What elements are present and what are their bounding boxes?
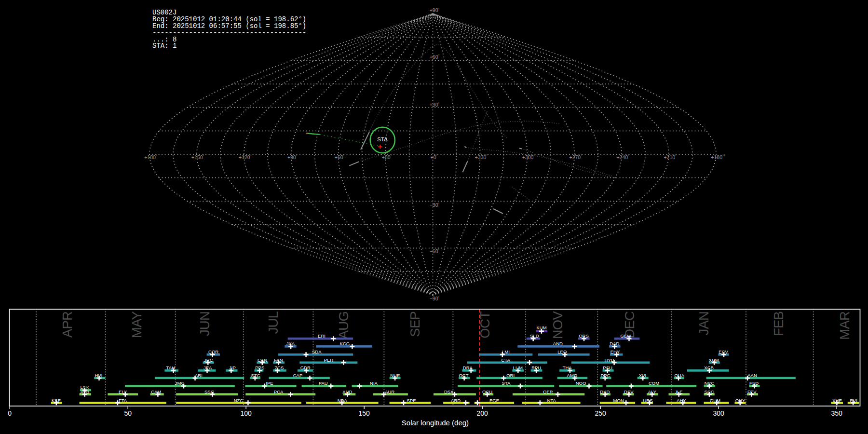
svg-text:+330°: +330°	[475, 154, 488, 160]
svg-text:NZC: NZC	[234, 398, 244, 403]
svg-text:LMI: LMI	[502, 349, 510, 354]
svg-text:ECV: ECV	[719, 349, 728, 354]
svg-text:MAR: MAR	[837, 312, 852, 340]
svg-text:+60°: +60°	[335, 154, 345, 160]
svg-text:+270°: +270°	[570, 154, 583, 160]
svg-text:0: 0	[8, 409, 12, 417]
svg-text:AAN: AAN	[747, 373, 757, 378]
svg-text:+180°: +180°	[711, 154, 724, 160]
svg-text:NIA: NIA	[370, 380, 378, 386]
svg-text:−90°: −90°	[430, 296, 440, 301]
svg-text:JIP: JIP	[229, 365, 236, 370]
svg-text:AMO: AMO	[567, 373, 578, 378]
svg-text:+150°: +150°	[191, 154, 204, 160]
svg-text:Solar longitude (deg): Solar longitude (deg)	[402, 419, 469, 427]
svg-text:KCG: KCG	[340, 341, 350, 346]
svg-text:200: 200	[477, 409, 488, 417]
svg-text:OCU: OCU	[482, 389, 492, 394]
svg-text:CAM: CAM	[151, 389, 161, 394]
svg-text:ORS: ORS	[579, 333, 589, 339]
svg-text:AHY: AHY	[677, 398, 686, 403]
svg-text:LYR: LYR	[80, 384, 89, 390]
svg-text:EVI: EVI	[850, 398, 857, 403]
svg-text:FAN: FAN	[274, 357, 283, 363]
svg-text:−30°: −30°	[430, 202, 440, 208]
svg-text:SPE: SPE	[407, 398, 416, 403]
svg-text:SCC: SCC	[705, 389, 714, 394]
svg-text:FEV: FEV	[747, 389, 757, 394]
svg-text:50: 50	[124, 409, 132, 417]
svg-text:JUN: JUN	[197, 312, 212, 336]
svg-text:350: 350	[831, 409, 843, 417]
svg-text:STA: 1: STA: 1	[152, 42, 176, 50]
svg-text:AVB: AVB	[81, 389, 89, 394]
svg-text:CTA: CTA	[502, 357, 511, 363]
svg-text:ARD: ARD	[451, 398, 461, 403]
svg-text:APR: APR	[60, 312, 75, 338]
svg-text:+120°: +120°	[239, 154, 252, 160]
svg-text:NCC: NCC	[705, 380, 715, 386]
svg-text:OER: OER	[543, 389, 553, 394]
svg-text:OCT: OCT	[459, 373, 468, 378]
svg-text:XCB: XCB	[704, 365, 714, 370]
svg-text:SDA: SDA	[312, 349, 322, 354]
svg-text:+210°: +210°	[664, 154, 677, 160]
svg-text:NOO: NOO	[576, 380, 586, 386]
svg-text:JXA: JXA	[286, 341, 295, 346]
svg-text:NTA: NTA	[547, 398, 556, 403]
svg-text:DAD: DAD	[610, 341, 619, 346]
svg-text:SLD: SLD	[530, 333, 539, 339]
svg-text:ALY: ALY	[648, 389, 657, 394]
svg-text:THA: THA	[563, 365, 572, 370]
svg-text:AND: AND	[553, 341, 563, 346]
svg-text:TAH: TAH	[166, 365, 175, 370]
svg-text:NDA: NDA	[338, 398, 348, 403]
svg-text:LEO: LEO	[557, 349, 567, 354]
svg-text:KSE: KSE	[52, 398, 61, 403]
svg-text:+30°: +30°	[382, 154, 392, 160]
svg-text:HVI: HVI	[95, 373, 102, 378]
svg-text:ERI: ERI	[318, 333, 326, 339]
svg-text:DRA: DRA	[463, 365, 473, 370]
svg-text:LUM: LUM	[513, 365, 523, 370]
svg-text:JRC: JRC	[204, 357, 213, 363]
svg-text:+180°: +180°	[144, 154, 157, 160]
svg-text:RPU: RPU	[531, 365, 541, 370]
svg-text:FTA: FTA	[119, 398, 127, 403]
svg-text:DSX: DSX	[444, 389, 454, 394]
svg-text:NUE: NUE	[390, 373, 400, 378]
svg-text:300: 300	[713, 409, 725, 417]
svg-text:FED: FED	[749, 380, 759, 386]
svg-text:ZCS: ZCS	[274, 365, 284, 370]
svg-text:JAN: JAN	[696, 312, 711, 336]
svg-text:JUL: JUL	[266, 312, 281, 334]
svg-text:JEA: JEA	[203, 365, 212, 370]
svg-text:+90°: +90°	[430, 7, 440, 13]
svg-text:STA: STA	[502, 380, 511, 386]
svg-text:CAP: CAP	[293, 373, 303, 378]
svg-text:PPS: PPS	[255, 365, 264, 370]
svg-text:PAU: PAU	[319, 380, 328, 386]
svg-text:PCA: PCA	[274, 389, 284, 394]
svg-text:150: 150	[359, 409, 370, 417]
svg-text:COM: COM	[649, 380, 659, 386]
svg-text:ELY: ELY	[119, 389, 127, 394]
svg-text:+60°: +60°	[430, 54, 440, 60]
svg-text:ORI: ORI	[506, 373, 515, 378]
svg-text:+300°: +300°	[522, 154, 535, 160]
svg-text:MAY: MAY	[129, 312, 144, 339]
svg-text:GEM: GEM	[621, 333, 631, 339]
svg-text:JLE: JLE	[675, 389, 682, 394]
svg-text:GDR: GDR	[300, 365, 311, 370]
svg-text:SSG: SSG	[204, 389, 214, 394]
svg-text:HYD: HYD	[605, 357, 614, 363]
svg-text:IPE: IPE	[266, 380, 273, 386]
svg-text:GUM: GUM	[710, 398, 720, 403]
svg-text:PER: PER	[324, 357, 334, 363]
svg-text:250: 250	[595, 409, 607, 417]
svg-text:+30°: +30°	[430, 102, 440, 108]
svg-text:STA: STA	[377, 136, 388, 142]
svg-text:PSU: PSU	[603, 365, 612, 370]
svg-text:XHE: XHE	[832, 398, 842, 403]
svg-text:URS: URS	[643, 398, 652, 403]
